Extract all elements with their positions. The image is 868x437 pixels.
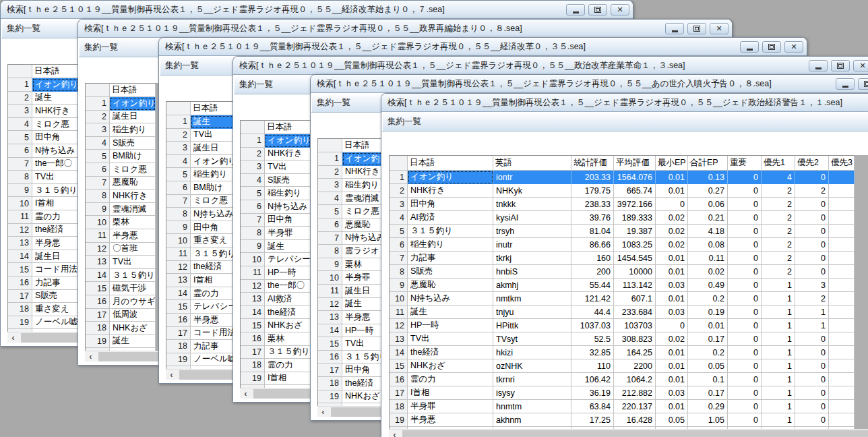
column-header[interactable]: 日本語 [408, 156, 493, 171]
table-cell[interactable]: 2 [762, 184, 795, 198]
column-header[interactable]: 最小EP [656, 156, 688, 171]
table-cell[interactable]: 103703 [614, 319, 656, 332]
table-row[interactable]: 1誕生 [166, 115, 237, 129]
column-header[interactable]: 優先1 [762, 156, 795, 171]
minimize-button[interactable] [665, 23, 684, 34]
table-row[interactable]: 4AI救済kysiAI39.76189.3330.020.21020 [390, 211, 855, 225]
table-row[interactable]: 4ミロク悪 [8, 118, 78, 132]
table-cell[interactable] [829, 305, 855, 319]
table-row[interactable]: 12HP一時HPittk1037.0310370300.01011 [390, 319, 855, 332]
table-row[interactable]: 6ミロク悪 [86, 163, 156, 177]
table-cell[interactable]: 0.05 [688, 359, 728, 373]
table-cell[interactable]: the経済 [408, 346, 493, 359]
table-cell[interactable]: 212.882 [614, 386, 656, 400]
table-cell[interactable]: N持ち込み [32, 144, 78, 158]
table-row[interactable]: 8半身罪 [241, 227, 311, 240]
table-cell[interactable]: 0.21 [688, 211, 728, 225]
table-row[interactable]: 2NHK行き [241, 148, 311, 161]
table-cell[interactable]: 4.18 [688, 225, 728, 238]
table-cell[interactable]: 0.2 [688, 292, 728, 305]
table-cell[interactable]: inutr [493, 238, 571, 252]
table-cell[interactable]: 霊の力 [265, 359, 311, 372]
table-cell[interactable]: NHKおざ [110, 322, 156, 335]
table-row[interactable]: 8NHK行き [86, 190, 156, 203]
table-cell[interactable]: 52.5 [571, 332, 614, 346]
table-cell[interactable]: 113.142 [614, 279, 656, 292]
table-row[interactable]: 10N持ち込みnmtkm121.42607.10.010.2012 [390, 292, 855, 305]
table-cell[interactable]: 半身悪 [110, 229, 156, 243]
table-cell[interactable]: イオン釣り [265, 134, 311, 148]
table-cell[interactable]: ミロク悪 [32, 118, 78, 132]
table-cell[interactable]: I首相 [265, 372, 311, 386]
column-header[interactable]: 重要 [728, 156, 762, 171]
table-row[interactable]: 6稲生釣りinutr86.661083.250.020.08020 [390, 238, 855, 252]
table-row[interactable]: 16力記事 [8, 276, 78, 290]
table-cell[interactable] [829, 265, 855, 279]
table-row[interactable]: 10テレパシー [241, 253, 311, 266]
table-cell[interactable]: 0.02 [656, 225, 688, 238]
maximize-button[interactable] [762, 41, 781, 53]
maximize-button[interactable] [858, 78, 868, 90]
table-row[interactable]: 3TV出 [241, 161, 311, 174]
table-cell[interactable]: 1 [762, 319, 795, 332]
table-row[interactable]: 18霊の力 [241, 359, 311, 372]
table-cell[interactable]: 55.44 [571, 279, 614, 292]
table-cell[interactable]: 田中角 [191, 221, 237, 235]
column-header[interactable]: 英語 [493, 156, 571, 171]
table-cell[interactable]: 低周波 [110, 309, 156, 322]
table-row[interactable]: 6悪魔恥 [318, 218, 388, 232]
table-row[interactable]: 4S販売 [241, 174, 311, 187]
table-row[interactable]: 4霊魂消滅 [318, 192, 388, 206]
table-cell[interactable]: ３１５釣り [32, 184, 78, 198]
table-row[interactable]: 8霊ラジオ [318, 245, 388, 258]
table-cell[interactable]: 0 [728, 359, 762, 373]
table-cell[interactable] [829, 373, 855, 386]
table-cell[interactable]: 0 [795, 413, 829, 427]
table-cell[interactable]: 81.04 [571, 225, 614, 238]
table-cell[interactable] [829, 252, 855, 265]
table-cell[interactable] [829, 332, 855, 346]
table-cell[interactable]: TV出 [32, 171, 78, 184]
table-cell[interactable]: 0.03 [656, 386, 688, 400]
scroll-left-arrow[interactable]: ‹ [240, 388, 251, 399]
table-cell[interactable]: 0.01 [656, 373, 688, 386]
titlebar[interactable]: 検索[ｔｈｅ２５１０１９__質量制御再現公表１，５__ジェド霊界ラジオ再現０，５… [233, 57, 868, 75]
table-cell[interactable]: 607.1 [614, 292, 656, 305]
table-cell[interactable] [829, 386, 855, 400]
table-cell[interactable]: 0 [728, 373, 762, 386]
close-button[interactable]: ✕ [853, 60, 868, 71]
column-header[interactable]: 優先2 [795, 156, 829, 171]
table-cell[interactable]: NHK行き [265, 148, 311, 161]
table-cell[interactable]: 2 [762, 198, 795, 211]
column-header[interactable]: 平均評価 [614, 156, 656, 171]
table-row[interactable]: 7ミロク悪 [166, 195, 237, 208]
table-row[interactable]: 16栗林 [241, 332, 311, 346]
table-cell[interactable]: 110 [571, 359, 614, 373]
table-row[interactable]: 13I首相 [166, 274, 237, 287]
table-cell[interactable]: I首相 [32, 197, 78, 210]
table-row[interactable]: 12〇首班 [86, 243, 156, 256]
table-row[interactable]: 14霊の力 [166, 287, 237, 301]
table-row[interactable]: 11HP一時 [241, 266, 311, 280]
table-cell[interactable]: HP一時 [408, 319, 493, 332]
table-cell[interactable]: TV出 [191, 129, 237, 142]
table-cell[interactable]: 悪魔恥 [110, 177, 156, 190]
table-cell[interactable]: 0 [795, 332, 829, 346]
table-cell[interactable]: 磁気干渉 [110, 282, 156, 295]
table-row[interactable]: 4S販売 [86, 137, 156, 150]
table-row[interactable]: 11誕生tnjyu44.4233.6840.030.19011 [390, 305, 855, 319]
table-row[interactable]: 14the経済 [241, 306, 311, 320]
titlebar[interactable]: 検索[ｔｈｅ２５１０１９__質量制御再現公表１，５__ジェド霊界ラジオ再現０，５… [1, 1, 633, 19]
maximize-button[interactable] [687, 23, 706, 34]
table-row[interactable]: 8TV出 [8, 171, 78, 184]
table-cell[interactable]: 0 [728, 252, 762, 265]
table-cell[interactable]: 0 [795, 265, 829, 279]
table-cell[interactable]: 月のウサギ [110, 295, 156, 309]
table-row[interactable]: 1イオン釣り [8, 78, 78, 92]
table-cell[interactable]: 田中角 [32, 131, 78, 144]
table-cell[interactable]: tnjyu [493, 305, 571, 319]
column-header[interactable]: 日本語 [265, 121, 311, 134]
table-cell[interactable]: 0 [728, 198, 762, 211]
table-cell[interactable]: iontr [493, 171, 571, 184]
table-cell[interactable]: AI救済 [408, 211, 493, 225]
